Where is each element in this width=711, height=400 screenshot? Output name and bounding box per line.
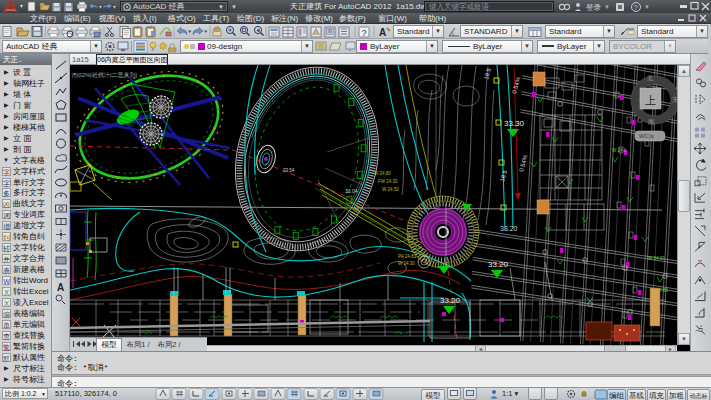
- svg-text:?: ?: [362, 28, 367, 38]
- svg-text:W 24.30: W 24.30: [398, 261, 415, 266]
- svg-text:登录: 登录: [586, 3, 602, 12]
- svg-text:|¶|02%|砼残汁|二恶臭剂|: |¶|02%|砼残汁|二恶臭剂|: [72, 71, 137, 79]
- svg-text:▼: ▼: [604, 4, 610, 10]
- svg-text:0.54%: 0.54%: [511, 76, 521, 95]
- svg-text:33.30: 33.30: [504, 119, 525, 128]
- svg-text:18.5: 18.5: [499, 169, 508, 182]
- svg-text:北: 北: [647, 74, 654, 82]
- svg-text:33.54: 33.54: [283, 168, 295, 173]
- svg-text:FW 24.30: FW 24.30: [378, 179, 398, 184]
- svg-text:W 24.6: W 24.6: [612, 148, 627, 153]
- svg-text:W 24.00: W 24.00: [648, 256, 665, 261]
- svg-text:W 24.80: W 24.80: [374, 171, 391, 176]
- svg-text:W/C沟: W/C沟: [639, 133, 654, 140]
- svg-text:PA 24.83: PA 24.83: [398, 254, 416, 259]
- svg-text:?: ?: [634, 3, 638, 12]
- svg-text:▼: ▼: [644, 4, 650, 10]
- svg-text:33.20: 33.20: [440, 296, 461, 305]
- svg-text:33.04: 33.04: [345, 188, 358, 194]
- svg-text:A: A: [379, 27, 386, 38]
- svg-text:A: A: [57, 282, 64, 293]
- svg-text:18.5: 18.5: [483, 67, 492, 80]
- svg-text:0.54%: 0.54%: [518, 154, 528, 173]
- svg-text:33.20: 33.20: [500, 225, 518, 232]
- svg-text:上: 上: [645, 94, 656, 106]
- svg-text:33.20: 33.20: [488, 260, 509, 269]
- svg-text:南: 南: [648, 118, 655, 125]
- svg-text:W 24.50: W 24.50: [382, 187, 399, 192]
